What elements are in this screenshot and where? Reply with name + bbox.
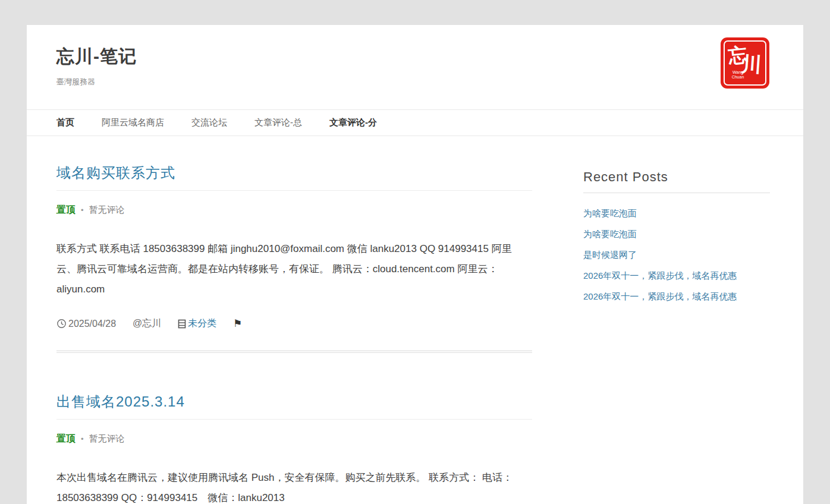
recent-post-link[interactable]: 是时候退网了 <box>583 250 637 260</box>
category-link[interactable]: 未分类 <box>188 317 216 330</box>
post-date-wrap: 2025/04/28 <box>56 319 116 329</box>
comments-link[interactable]: 暂无评论 <box>89 433 125 445</box>
post-category-wrap: 未分类 <box>178 317 216 330</box>
post-item: 域名购买联系方式 置顶 • 暂无评论 联系方式 联系电话 18503638399… <box>56 163 532 353</box>
dot-separator: • <box>81 434 84 443</box>
sticky-badge: 置顶 <box>56 433 76 445</box>
logo-subtext: Wang Chuan <box>728 70 748 80</box>
comments-link[interactable]: 暂无评论 <box>89 204 125 216</box>
post-date: 2025/04/28 <box>68 319 116 329</box>
site-logo[interactable]: 忘 川 Wang Chuan <box>721 38 769 88</box>
post-separator <box>56 350 532 353</box>
recent-post-link[interactable]: 为啥要吃泡面 <box>583 208 637 218</box>
post-list: 域名购买联系方式 置顶 • 暂无评论 联系方式 联系电话 18503638399… <box>56 163 532 504</box>
recent-post-link[interactable]: 2026年双十一，紧跟步伐，域名再优惠 <box>583 270 737 281</box>
main-nav: 首页 阿里云域名商店 交流论坛 文章评论-总 文章评论-分 <box>27 109 803 136</box>
list-item: 2026年双十一，紧跟步伐，域名再优惠 <box>583 270 770 282</box>
nav-item-aliyun-domain-shop[interactable]: 阿里云域名商店 <box>102 117 164 128</box>
post-item: 出售域名2025.3.14 置顶 • 暂无评论 本次出售域名在腾讯云，建议使用腾… <box>56 392 532 504</box>
list-item: 是时候退网了 <box>583 249 770 261</box>
post-subline: 置顶 • 暂无评论 <box>56 204 532 216</box>
list-item: 为啥要吃泡面 <box>583 228 770 240</box>
site-title[interactable]: 忘川-笔记 <box>56 45 137 69</box>
content-row: 域名购买联系方式 置顶 • 暂无评论 联系方式 联系电话 18503638399… <box>27 163 803 504</box>
site-tagline: 臺灣服務器 <box>56 77 770 87</box>
list-item: 为啥要吃泡面 <box>583 207 770 219</box>
clock-icon <box>56 319 67 329</box>
recent-posts-heading: Recent Posts <box>583 169 770 193</box>
flag-icon: ⚑ <box>233 317 242 330</box>
post-title-link[interactable]: 域名购买联系方式 <box>56 163 532 191</box>
list-item: 2026年双十一，紧跟步伐，域名再优惠 <box>583 291 770 303</box>
recent-post-link[interactable]: 为啥要吃泡面 <box>583 229 637 239</box>
post-body: 本次出售域名在腾讯云，建议使用腾讯域名 Push，安全有保障。购买之前先联系。 … <box>56 468 526 504</box>
post-body: 联系方式 联系电话 18503638399 邮箱 jinghu2010@foxm… <box>56 239 526 300</box>
post-title-link[interactable]: 出售域名2025.3.14 <box>56 392 532 420</box>
nav-item-forum[interactable]: 交流论坛 <box>191 117 227 128</box>
post-author-link[interactable]: @忘川 <box>133 317 161 330</box>
nav-item-comments-total[interactable]: 文章评论-总 <box>254 117 302 128</box>
post-subline: 置顶 • 暂无评论 <box>56 433 532 445</box>
sticky-badge: 置顶 <box>56 204 76 216</box>
recent-post-link[interactable]: 2026年双十一，紧跟步伐，域名再优惠 <box>583 291 737 301</box>
post-meta: 2025/04/28 @忘川 未分类 ⚑ <box>56 317 532 330</box>
dot-separator: • <box>81 206 84 215</box>
site-header: 忘川-笔记 臺灣服務器 忘 川 Wang Chuan <box>27 25 803 109</box>
recent-posts-list: 为啥要吃泡面 为啥要吃泡面 是时候退网了 2026年双十一，紧跟步伐，域名再优惠… <box>583 207 770 303</box>
site-card: 忘川-笔记 臺灣服務器 忘 川 Wang Chuan 首页 阿里云域名商店 交流… <box>27 25 803 504</box>
sidebar: Recent Posts 为啥要吃泡面 为啥要吃泡面 是时候退网了 2026年双… <box>583 163 770 504</box>
category-icon <box>178 319 186 329</box>
nav-item-home[interactable]: 首页 <box>56 117 74 128</box>
nav-item-comments-by-post[interactable]: 文章评论-分 <box>329 117 377 128</box>
